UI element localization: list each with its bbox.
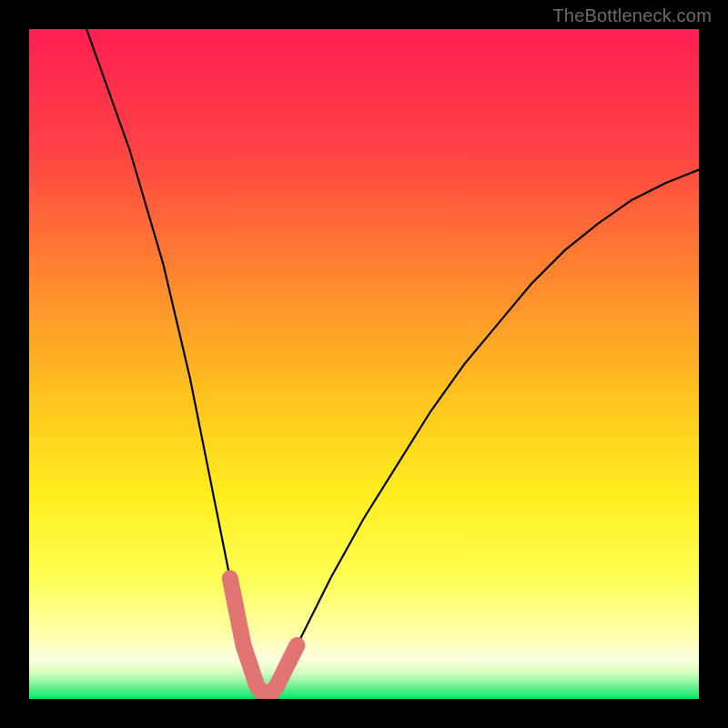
- outer-frame: TheBottleneck.com: [0, 0, 728, 728]
- gradient-background: [29, 29, 699, 699]
- chart-svg: [29, 29, 699, 699]
- plot-area: [29, 29, 699, 699]
- watermark-text: TheBottleneck.com: [552, 5, 712, 26]
